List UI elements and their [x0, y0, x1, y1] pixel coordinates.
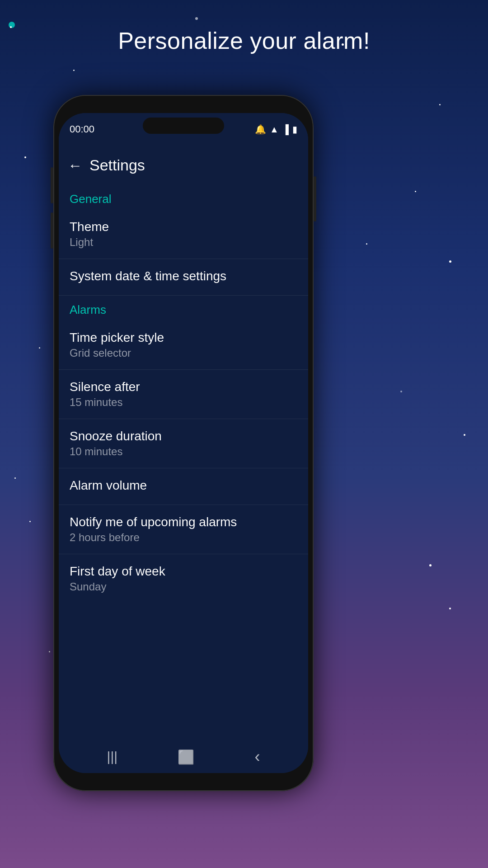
star-2: [73, 70, 75, 71]
star-20: [195, 17, 198, 20]
timepicker-subtitle: Grid selector: [70, 347, 297, 359]
settings-item-datetime[interactable]: System date & time settings: [59, 259, 308, 296]
timepicker-title: Time picker style: [70, 330, 297, 345]
theme-title: Theme: [70, 220, 297, 234]
status-bar: 00:00 🔔 ▲ ▐ ▮: [59, 113, 308, 146]
signal-icon: ▐: [282, 124, 289, 135]
firstday-title: First day of week: [70, 564, 297, 579]
toolbar: ← Settings: [59, 146, 308, 185]
alarm-icon: 🔔: [255, 124, 266, 135]
star-12: [49, 651, 50, 652]
phone-frame: 00:00 🔔 ▲ ▐ ▮ ← Settings General Theme L…: [53, 95, 314, 791]
phone-screen: 00:00 🔔 ▲ ▐ ▮ ← Settings General Theme L…: [59, 113, 308, 773]
settings-item-timepicker[interactable]: Time picker style Grid selector: [59, 321, 308, 370]
battery-icon: ▮: [292, 124, 297, 135]
silence-title: Silence after: [70, 380, 297, 394]
wifi-icon: ▲: [270, 124, 279, 135]
settings-item-silence[interactable]: Silence after 15 minutes: [59, 370, 308, 419]
status-icons: 🔔 ▲ ▐ ▮: [255, 124, 297, 135]
star-9: [464, 434, 465, 436]
settings-item-theme[interactable]: Theme Light: [59, 210, 308, 259]
volume-up-button: [51, 167, 53, 203]
power-button: [314, 176, 316, 222]
settings-item-notify[interactable]: Notify me of upcoming alarms 2 hours bef…: [59, 505, 308, 554]
settings-title: Settings: [89, 156, 145, 174]
home-button[interactable]: ⬜: [178, 749, 194, 765]
settings-item-snooze[interactable]: Snooze duration 10 minutes: [59, 419, 308, 468]
datetime-title: System date & time settings: [70, 269, 297, 283]
notify-title: Notify me of upcoming alarms: [70, 515, 297, 529]
volume-down-button: [51, 212, 53, 249]
bottom-nav: ||| ⬜ ‹: [59, 741, 308, 773]
firstday-subtitle: Sunday: [70, 580, 297, 593]
snooze-title: Snooze duration: [70, 429, 297, 443]
volume-title: Alarm volume: [70, 478, 297, 493]
snooze-subtitle: 10 minutes: [70, 445, 297, 458]
star-8: [39, 347, 40, 349]
star-5: [24, 156, 26, 158]
section-alarms-header: Alarms: [59, 296, 308, 321]
star-16: [366, 243, 367, 245]
star-7: [449, 260, 451, 263]
star-10: [29, 521, 31, 522]
notch-cutout: [143, 118, 224, 134]
screen-content: ← Settings General Theme Light System da…: [59, 146, 308, 741]
star-17: [400, 391, 402, 392]
silence-subtitle: 15 minutes: [70, 396, 297, 409]
section-general-header: General: [59, 185, 308, 210]
status-time: 00:00: [70, 123, 94, 135]
back-button[interactable]: ←: [68, 158, 82, 173]
star-4: [439, 104, 441, 105]
star-6: [415, 191, 416, 192]
nav-back-button[interactable]: ‹: [254, 747, 260, 766]
notify-subtitle: 2 hours before: [70, 531, 297, 544]
settings-item-volume[interactable]: Alarm volume: [59, 468, 308, 505]
star-18: [14, 477, 16, 479]
recents-button[interactable]: |||: [107, 749, 117, 764]
page-title: Personalize your alarm!: [0, 27, 488, 54]
star-11: [429, 564, 432, 566]
star-19: [449, 608, 451, 609]
theme-subtitle: Light: [70, 236, 297, 249]
settings-item-firstday[interactable]: First day of week Sunday: [59, 554, 308, 603]
